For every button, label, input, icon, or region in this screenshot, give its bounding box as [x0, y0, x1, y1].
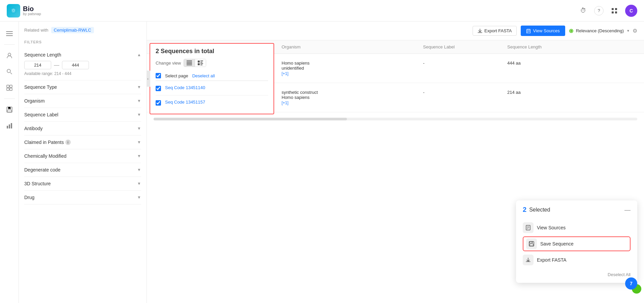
related-with-row: Related with Cemiplimab-RWLC [24, 27, 141, 33]
filter-toggle-organism[interactable]: Organism ▼ [24, 98, 141, 104]
svg-rect-23 [187, 65, 192, 65]
sidebar-icon-grid[interactable] [3, 81, 16, 94]
deselect-all-button[interactable]: Deselect all [192, 73, 215, 78]
filter-title-sequence-type: Sequence Type [24, 84, 57, 90]
range-dash: — [54, 62, 59, 68]
th-sequence-label: Sequence Label [423, 44, 507, 49]
export-fasta-button[interactable]: Export FASTA [473, 26, 517, 36]
content-area: Export FASTA View Sources Relevance (Des… [147, 22, 644, 303]
filter-title-3d-structure: 3D Structure [24, 181, 51, 186]
filter-section-sequence-length: Sequence Length ▲ — Available range: 214… [24, 48, 141, 80]
deselect-all-footer: Deselect All [523, 271, 631, 277]
badge-count-circle[interactable]: 7 [625, 277, 637, 290]
view-list-button[interactable] [184, 59, 195, 67]
svg-rect-20 [187, 61, 192, 61]
filter-section-antibody: Antibody ▼ [24, 122, 141, 136]
length-cell-2: 214 aa [507, 90, 591, 95]
filter-title-chemically-modified: Chemically Modified [24, 153, 66, 159]
organism-line2-1: unidentified [282, 66, 423, 71]
length-cell-1: 444 aa [507, 61, 591, 66]
filter-section-drug: Drug ▼ [24, 191, 141, 204]
label-cell-1: - [423, 61, 507, 66]
row2-checkbox[interactable] [156, 100, 161, 106]
change-view-label: Change view [156, 61, 181, 66]
sidebar-icon-chart[interactable] [3, 119, 16, 132]
view-sources-button[interactable]: View Sources [521, 26, 565, 36]
help-icon-btn[interactable]: ? [594, 6, 604, 15]
filter-toggle-degenerate-code[interactable]: Degenerate code ▼ [24, 167, 141, 173]
seq-code-link-2[interactable]: Seq Code 13451157 [165, 100, 205, 105]
sidebar-icon-save[interactable] [3, 103, 16, 116]
filter-section-organism: Organism ▼ [24, 94, 141, 108]
sidebar-icon-menu[interactable] [3, 27, 16, 40]
svg-rect-2 [615, 8, 617, 10]
selected-count-label: Selected [529, 207, 550, 213]
nav-icons: ⏱ ? C [578, 5, 637, 17]
organism-more-1[interactable]: [+1] [282, 71, 423, 76]
view-sources-action-icon [523, 222, 534, 233]
svg-rect-11 [10, 85, 12, 87]
panel-action-export-fasta[interactable]: Export FASTA [523, 251, 631, 269]
chevron-down-icon-antibody: ▼ [137, 126, 141, 131]
svg-rect-13 [10, 88, 12, 90]
user-avatar[interactable]: C [625, 5, 637, 17]
organism-more-2[interactable]: [+1] [282, 101, 423, 105]
row1-checkbox[interactable] [156, 86, 161, 91]
sort-relevance-indicator [569, 29, 573, 33]
settings-icon[interactable]: ⚙ [633, 28, 637, 34]
panel-action-save-sequence[interactable]: Save Sequence [523, 236, 631, 251]
filter-toggle-3d-structure[interactable]: 3D Structure ▼ [24, 181, 141, 186]
export-fasta-action-icon [523, 255, 534, 265]
selected-panel: 2 Selected — View Sources [516, 200, 637, 283]
seq-code-link-1[interactable]: Seq Code 13451140 [165, 85, 205, 90]
timer-icon-btn[interactable]: ⏱ [578, 5, 589, 16]
chevron-down-icon-3d: ▼ [137, 181, 141, 186]
panel-collapse-button[interactable]: ‹ [147, 71, 150, 87]
sidebar-icon-search[interactable] [3, 65, 16, 78]
grid-icon-btn[interactable] [609, 5, 620, 16]
sidebar-icon-user[interactable] [3, 49, 16, 62]
view-toggle [184, 59, 206, 67]
save-sequence-action-icon [526, 238, 537, 249]
svg-rect-26 [200, 62, 202, 63]
filter-toggle-drug[interactable]: Drug ▼ [24, 195, 141, 200]
filter-toggle-claimed-in-patents[interactable]: Claimed in Patents i ▼ [24, 140, 141, 145]
table-container[interactable]: ‹ 2 Sequences in total Change view [147, 40, 644, 303]
logo-area: Bio by patsnap [7, 4, 41, 17]
panel-minimize-button[interactable]: — [624, 207, 631, 213]
svg-rect-4 [615, 11, 617, 13]
selected-panel-header: 2 Selected — [523, 206, 631, 214]
view-detail-button[interactable] [195, 59, 206, 67]
svg-rect-29 [200, 65, 202, 65]
filter-toggle-sequence-label[interactable]: Sequence Label ▼ [24, 112, 141, 117]
filter-section-degenerate-code: Degenerate code ▼ [24, 163, 141, 177]
filter-section-sequence-type: Sequence Type ▼ [24, 80, 141, 94]
filter-toggle-sequence-type[interactable]: Sequence Type ▼ [24, 84, 141, 90]
related-with-label: Related with [24, 28, 49, 33]
panel-action-view-sources[interactable]: View Sources [523, 219, 631, 236]
organism-line2-2: Homo sapiens [282, 95, 423, 100]
selected-count-area: 2 Selected [523, 206, 550, 214]
range-max-input[interactable] [62, 61, 89, 69]
chevron-down-icon-organism: ▼ [137, 99, 141, 103]
select-page-checkbox[interactable] [156, 73, 161, 78]
chevron-down-icon-seqtype: ▼ [137, 85, 141, 89]
filter-toggle-chemically-modified[interactable]: Chemically Modified ▼ [24, 153, 141, 159]
seq-count-row: 2 Sequences in total [156, 48, 268, 55]
chevron-down-icon-drug: ▼ [137, 195, 141, 200]
svg-rect-22 [187, 63, 192, 64]
filter-toggle-antibody[interactable]: Antibody ▼ [24, 126, 141, 131]
chevron-down-icon-degen: ▼ [137, 167, 141, 172]
filter-toggle-sequence-length[interactable]: Sequence Length ▲ [24, 52, 141, 58]
sort-label[interactable]: Relevance (Descending) [576, 28, 624, 33]
range-available-label: Available range: 214 - 444 [24, 71, 141, 76]
svg-rect-18 [11, 123, 12, 128]
range-min-input[interactable] [24, 61, 51, 69]
sort-area: Relevance (Descending) ▼ ⚙ [569, 28, 637, 34]
deselect-all-footer-button[interactable]: Deselect All [608, 272, 631, 277]
th-organism: Organism [282, 44, 423, 49]
app-tagline: by patsnap [23, 12, 41, 16]
horizontal-scrollbar[interactable] [154, 118, 637, 120]
toolbar: Export FASTA View Sources Relevance (Des… [147, 22, 644, 40]
svg-rect-3 [612, 11, 614, 13]
